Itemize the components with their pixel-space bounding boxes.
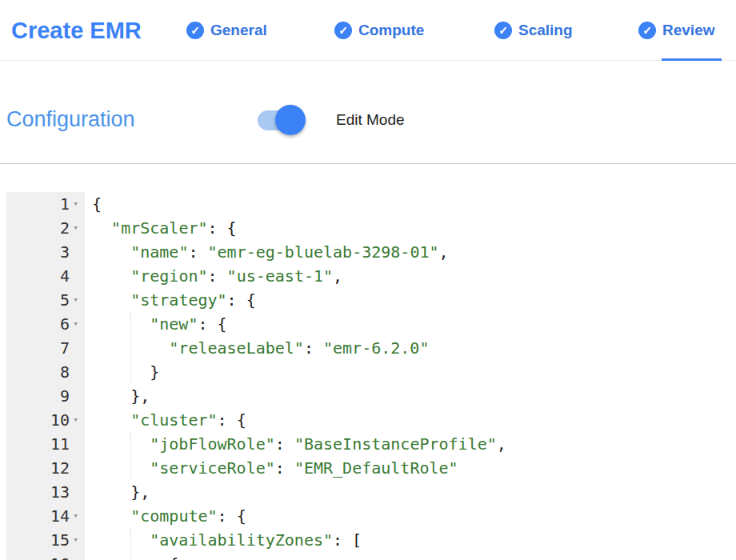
wizard-step-review[interactable]: ✓Review [638,0,714,61]
step-label: Compute [358,22,424,39]
code-punctuation: , [439,242,449,262]
toggle-knob [275,105,306,135]
fold-arrow-icon[interactable]: ▾ [70,288,82,312]
fold-arrow-icon[interactable]: ▾ [70,408,82,432]
code-punctuation: : [275,434,294,454]
code-punctuation: } [92,362,159,382]
fold-arrow-icon[interactable]: ▾ [70,552,82,560]
code-line[interactable]: "availabilityZones": [ [92,528,736,552]
line-number: 14 [50,504,70,528]
code-key: "availabilityZones" [150,530,333,550]
code-punctuation: : { [218,410,246,430]
code-punctuation [92,218,111,238]
code-punctuation: : [ [333,530,362,550]
active-step-underline [662,58,722,61]
code-punctuation: : { [208,218,237,238]
create-emr-page: Create EMR ✓General✓Compute✓Scaling✓Revi… [0,0,736,560]
code-punctuation [92,314,150,334]
gutter-row: 8 [6,360,85,384]
code-key: "releaseLabel" [169,338,304,358]
code-value: "EMR_DefaultRole" [294,458,458,478]
code-punctuation: : { [198,314,226,334]
fold-arrow-icon[interactable]: ▾ [70,504,82,528]
line-number: 15 [50,528,70,552]
code-punctuation: { [92,194,102,214]
code-key: "compute" [130,506,217,526]
edit-mode-toggle[interactable] [258,110,306,130]
check-circle-icon: ✓ [494,22,512,39]
gutter-row: 11 [6,432,85,456]
code-line[interactable]: { [92,192,736,216]
code-line[interactable]: } [92,360,736,384]
gutter-row: 7 [6,336,85,360]
wizard-step-scaling[interactable]: ✓Scaling [494,0,573,61]
wizard-step-general[interactable]: ✓General [186,0,267,61]
gutter-row: 13 [6,480,85,504]
json-editor[interactable]: 1▾2▾345▾6▾78910▾11121314▾15▾16▾ { "mrSca… [6,192,736,560]
code-punctuation: }, [92,386,150,406]
code-value: "emr-eg-bluelab-3298-01" [208,242,439,262]
gutter-row: 1▾ [6,192,85,216]
line-number: 1 [60,192,70,216]
line-number: 11 [50,432,70,456]
code-line[interactable]: "strategy": { [92,288,736,312]
code-punctuation: { [92,554,178,560]
line-number: 7 [60,336,70,360]
gutter-row: 10▾ [6,408,85,432]
check-circle-icon: ✓ [186,22,204,39]
code-line[interactable]: { [92,552,736,560]
gutter-row: 9 [6,384,85,408]
line-number: 3 [60,240,70,264]
code-line[interactable]: "releaseLabel": "emr-6.2.0" [92,336,736,360]
code-punctuation [92,506,130,526]
fold-arrow-icon[interactable]: ▾ [70,312,82,336]
fold-arrow-icon[interactable]: ▾ [70,528,82,552]
code-line[interactable]: }, [92,384,736,408]
line-number: 9 [60,384,70,408]
code-punctuation [92,290,130,310]
code-punctuation [92,458,150,478]
code-punctuation: , [497,434,506,454]
fold-arrow-icon[interactable]: ▾ [70,192,82,216]
code-key: "region" [130,266,207,286]
code-line[interactable]: "name": "emr-eg-bluelab-3298-01", [92,240,736,264]
editor-content[interactable]: { "mrScaler": { "name": "emr-eg-bluelab-… [85,192,736,560]
gutter-row: 12 [6,456,85,480]
line-number: 4 [60,264,70,288]
code-line[interactable]: "jobFlowRole": "BaseInstanceProfile", [92,432,736,456]
gutter-row: 14▾ [6,504,85,528]
gutter-row: 4 [6,264,85,288]
code-line[interactable]: "new": { [92,312,736,336]
code-punctuation: : [304,338,323,358]
fold-arrow-icon[interactable]: ▾ [70,216,82,240]
code-value: "emr-6.2.0" [323,338,429,358]
code-punctuation [92,530,150,550]
wizard-step-compute[interactable]: ✓Compute [334,0,424,61]
indent-guide [130,432,131,480]
code-key: "new" [150,314,198,334]
code-punctuation [92,242,130,262]
line-number: 13 [50,480,70,504]
code-line[interactable]: }, [92,480,736,504]
code-line[interactable]: "serviceRole": "EMR_DefaultRole" [92,456,736,480]
gutter-row: 15▾ [6,528,85,552]
line-number: 12 [50,456,70,480]
code-punctuation [92,266,130,286]
code-punctuation: : [188,242,207,262]
line-number: 6 [60,312,70,336]
edit-mode-label: Edit Mode [336,111,405,129]
code-line[interactable]: "region": "us-east-1", [92,264,736,288]
code-punctuation: : [208,266,227,286]
code-punctuation: }, [92,482,150,502]
code-line[interactable]: "mrScaler": { [92,216,736,240]
gutter-row: 2▾ [6,216,85,240]
editor-gutter: 1▾2▾345▾6▾78910▾11121314▾15▾16▾ [6,192,85,560]
configuration-heading: Configuration [6,107,135,132]
code-line[interactable]: "cluster": { [92,408,736,432]
section-divider [0,163,736,164]
code-key: "cluster" [130,410,217,430]
code-value: "us-east-1" [227,266,333,286]
line-number: 2 [60,216,70,240]
code-punctuation [92,410,130,430]
code-line[interactable]: "compute": { [92,504,736,528]
